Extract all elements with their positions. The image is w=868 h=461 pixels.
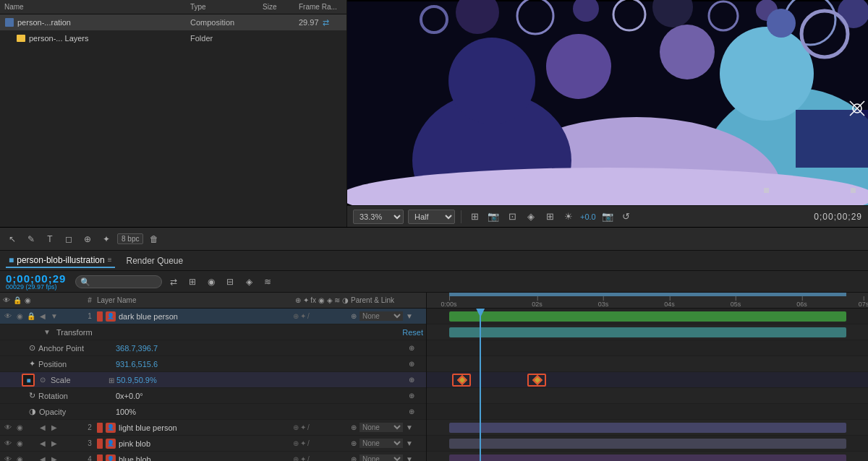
layer-2-solo[interactable]: ◉ bbox=[14, 423, 25, 433]
track-row-4[interactable] bbox=[427, 452, 868, 461]
layer-4-sw3[interactable]: / bbox=[307, 455, 310, 461]
layer-1-label-color[interactable]: ◀ bbox=[38, 311, 48, 322]
track-row-3[interactable] bbox=[427, 436, 868, 452]
preview-canvas[interactable] bbox=[347, 0, 868, 205]
tool-camera[interactable]: ⊕ bbox=[80, 231, 95, 247]
transform-collapse-btn[interactable]: ▼ bbox=[43, 328, 51, 336]
layer-3-solo[interactable]: ◉ bbox=[14, 439, 25, 449]
layer-3-parent-select[interactable]: None bbox=[359, 439, 403, 448]
layer-1-parent-select[interactable]: None bbox=[359, 311, 403, 321]
scale-link[interactable]: ⊕ bbox=[409, 376, 423, 384]
motion-blur-btn[interactable]: ≋ bbox=[260, 275, 275, 289]
layer-4-parent-select[interactable]: None bbox=[359, 454, 403, 461]
tool-select[interactable]: ↖ bbox=[4, 231, 20, 247]
show-snapshot-btn[interactable]: ⊡ bbox=[505, 210, 519, 224]
position-value[interactable]: 931.6,515.6 bbox=[116, 360, 409, 369]
layer-2-sw2[interactable]: ✦ bbox=[300, 423, 306, 431]
track-row-anchor[interactable] bbox=[427, 340, 868, 356]
project-item-comp[interactable]: person-...ration Composition 29.97 ⇄ bbox=[0, 14, 346, 30]
tab-render-queue[interactable]: Render Queue bbox=[124, 254, 187, 267]
layer-1-sw1[interactable]: ⊕ bbox=[293, 312, 299, 320]
layer-1-solo[interactable]: ◉ bbox=[14, 311, 25, 322]
layer-1-lock[interactable]: 🔒 bbox=[26, 311, 36, 322]
grid-btn[interactable]: ⊞ bbox=[542, 210, 557, 224]
tab-composition[interactable]: ■ person-blob-illustration ≡ bbox=[6, 254, 115, 268]
scale-keyframe-btn[interactable]: ◆ bbox=[22, 374, 35, 387]
keyframe-align-btn[interactable]: ⊞ bbox=[185, 275, 200, 289]
camera-btn[interactable]: 📷 bbox=[600, 210, 615, 224]
fit-to-frame-btn[interactable]: ⊞ bbox=[467, 210, 482, 224]
layer-row-4[interactable]: 👁 ◉ ◀ ▶ 4 👤 blue blob ⊕ ✦ / bbox=[0, 452, 426, 461]
layer-4-solo[interactable]: ◉ bbox=[14, 454, 25, 462]
layer-1-parent-chevron[interactable]: ▼ bbox=[406, 312, 413, 320]
track-row-opacity[interactable] bbox=[427, 404, 868, 420]
reset-btn[interactable]: ↺ bbox=[619, 210, 634, 224]
keyframe-diamond-left[interactable] bbox=[457, 375, 467, 385]
layer-3-lock[interactable] bbox=[26, 439, 36, 449]
color-correct-btn[interactable]: ◈ bbox=[524, 210, 538, 224]
layer-3-sw1[interactable]: ⊕ bbox=[293, 439, 299, 447]
time-ruler[interactable]: 0:00s 02s 03s 04s 05s 06s 07s bbox=[427, 293, 868, 309]
zoom-select[interactable]: 33.3% bbox=[353, 210, 404, 224]
tab-close-btn[interactable]: ≡ bbox=[108, 256, 112, 264]
exposure-btn[interactable]: ☀ bbox=[561, 210, 576, 224]
layer-4-sw1[interactable]: ⊕ bbox=[293, 455, 299, 461]
track-row-rotation[interactable] bbox=[427, 388, 868, 404]
collapse-btn[interactable]: ⊟ bbox=[223, 275, 237, 289]
layer-3-sw2[interactable]: ✦ bbox=[300, 439, 306, 447]
track-row-2[interactable] bbox=[427, 420, 868, 436]
layer-1-eye[interactable]: 👁 bbox=[3, 311, 13, 322]
layer-4-eye[interactable]: 👁 bbox=[3, 454, 13, 462]
layer-2-collapse[interactable]: ▶ bbox=[49, 423, 59, 433]
rotation-link[interactable]: ⊕ bbox=[409, 392, 423, 400]
track-row-scale[interactable] bbox=[427, 372, 868, 388]
track-row-position[interactable] bbox=[427, 356, 868, 372]
layer-2-label[interactable]: ◀ bbox=[38, 423, 48, 433]
layer-4-lock[interactable] bbox=[26, 454, 36, 462]
rotation-value[interactable]: 0x+0.0° bbox=[116, 392, 409, 400]
tool-nullobj[interactable]: ✦ bbox=[98, 231, 114, 247]
layer-2-lock[interactable] bbox=[26, 423, 36, 433]
layer-3-parent-chevron[interactable]: ▼ bbox=[406, 439, 413, 447]
playhead[interactable] bbox=[480, 309, 481, 461]
layer-4-label[interactable]: ◀ bbox=[38, 454, 48, 462]
layer-2-eye[interactable]: 👁 bbox=[3, 423, 13, 433]
tool-text[interactable]: T bbox=[42, 231, 58, 247]
layer-4-sw2[interactable]: ✦ bbox=[300, 455, 306, 461]
scale-value[interactable]: ⊞ 50.9,50.9% bbox=[109, 376, 409, 384]
opacity-value[interactable]: 100% bbox=[116, 408, 409, 416]
layer-2-sw3[interactable]: / bbox=[307, 423, 310, 431]
layer-3-sw3[interactable]: / bbox=[307, 439, 310, 447]
layer-2-sw1[interactable]: ⊕ bbox=[293, 423, 299, 431]
project-item-folder[interactable]: person-... Layers Folder bbox=[0, 30, 346, 46]
layer-3-label[interactable]: ◀ bbox=[38, 439, 48, 449]
keyframe-diamond-right[interactable] bbox=[532, 375, 542, 385]
layer-row-3[interactable]: 👁 ◉ ◀ ▶ 3 👤 pink blob ⊕ ✦ / bbox=[0, 436, 426, 452]
solo-btn[interactable]: ◉ bbox=[204, 275, 218, 289]
layer-1-sw2[interactable]: ✦ bbox=[300, 312, 306, 320]
tool-delete[interactable]: 🗑 bbox=[146, 231, 162, 247]
track-row-1[interactable] bbox=[427, 309, 868, 324]
anchor-value[interactable]: 368.7,396.7 bbox=[116, 344, 409, 353]
layer-3-eye[interactable]: 👁 bbox=[3, 439, 13, 449]
tool-shape[interactable]: ◻ bbox=[61, 231, 77, 247]
position-link[interactable]: ⊕ bbox=[409, 360, 423, 368]
snapshot-btn[interactable]: 📷 bbox=[486, 210, 501, 224]
layer-search-input[interactable] bbox=[75, 275, 162, 288]
layer-4-parent-chevron[interactable]: ▼ bbox=[406, 455, 413, 461]
transform-reset-btn[interactable]: Reset bbox=[402, 328, 423, 337]
anchor-link[interactable]: ⊕ bbox=[409, 344, 423, 352]
layer-4-collapse[interactable]: ▶ bbox=[49, 454, 59, 462]
draft-btn[interactable]: ◈ bbox=[242, 275, 256, 289]
motion-path-btn[interactable]: ⇄ bbox=[166, 275, 181, 289]
layer-1-sw3[interactable]: / bbox=[307, 312, 310, 320]
layer-3-collapse[interactable]: ▶ bbox=[49, 439, 59, 449]
layer-row-1[interactable]: 👁 ◉ 🔒 ◀ ▼ 1 👤 dark blue person ⊕ ✦ / bbox=[0, 309, 426, 324]
layer-2-parent-select[interactable]: None bbox=[359, 423, 403, 432]
track-row-1-teal[interactable] bbox=[427, 324, 868, 340]
layer-row-2[interactable]: 👁 ◉ ◀ ▶ 2 👤 light blue person ⊕ ✦ / bbox=[0, 420, 426, 436]
layer-2-parent-chevron[interactable]: ▼ bbox=[406, 423, 413, 431]
tool-pen[interactable]: ✎ bbox=[23, 231, 39, 247]
layer-1-collapse[interactable]: ▼ bbox=[49, 311, 59, 322]
opacity-link[interactable]: ⊕ bbox=[409, 408, 423, 415]
